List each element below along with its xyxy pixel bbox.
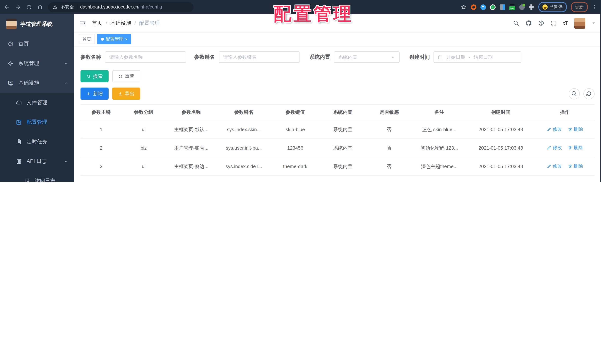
back-icon[interactable] (4, 4, 10, 10)
extension-sprout-icon[interactable] (519, 4, 525, 10)
search-actions: 搜索 重置 (80, 70, 594, 82)
table-cell: 自定义 (320, 176, 366, 182)
collapse-sidebar-icon[interactable] (80, 20, 86, 27)
extension-donut-icon[interactable] (471, 4, 476, 10)
extensions-puzzle-icon[interactable] (529, 4, 534, 10)
overlay-annotation: 配置管理 (274, 2, 353, 26)
chevron-up-icon (64, 81, 68, 85)
reset-button[interactable]: 重置 (112, 70, 140, 82)
delete-link[interactable]: 删除 (568, 126, 583, 133)
table-cell: sys.user.init-pa... (217, 139, 271, 157)
app-logo-row[interactable]: 芋道管理系统 (0, 14, 74, 34)
user-avatar[interactable] (574, 18, 585, 29)
search-button[interactable]: 搜索 (80, 70, 109, 82)
toggle-search-button[interactable] (569, 88, 580, 99)
plus-icon (86, 91, 91, 96)
sidebar-item-1[interactable]: 系统管理 (0, 54, 74, 73)
sidebar-item-5[interactable]: 定时任务 (0, 132, 74, 152)
config-table: 参数主键参数分组参数名称参数键名参数键值系统内置是否敏感备注创建时间操作 1ui… (80, 104, 594, 182)
table-cell: theme-dark (271, 157, 320, 176)
extension-check-icon[interactable]: ✓ (490, 4, 495, 10)
forward-icon[interactable] (15, 4, 21, 10)
trash-icon (568, 127, 572, 132)
sidebar-item-3[interactable]: 文件管理 (0, 93, 74, 112)
row-actions: 修改删除 (535, 157, 594, 176)
export-button[interactable]: 导出 (112, 88, 140, 100)
sidebar-item-label: 系统管理 (19, 60, 39, 67)
column-header: 备注 (412, 104, 466, 120)
url-path: /infra/config (138, 4, 162, 10)
avatar-caret-icon[interactable] (591, 21, 595, 25)
column-header: 参数键值 (271, 104, 320, 120)
table-toolbar: 新增 导出 (80, 88, 594, 100)
table-cell: ui (122, 157, 165, 176)
sidebar-item-7[interactable]: 访问日志 (0, 171, 74, 182)
breadcrumb: 首页/基础设施/配置管理 (92, 20, 160, 26)
tab-0[interactable]: 首页 (79, 34, 95, 44)
task-icon (16, 139, 22, 145)
download-icon (118, 91, 123, 96)
date-range-picker[interactable]: 开始日期 - 结束日期 (433, 51, 521, 63)
add-button[interactable]: 新增 (80, 88, 109, 100)
home-icon[interactable] (37, 4, 43, 10)
column-header: 参数分组 (122, 104, 165, 120)
tab-1[interactable]: 配置管理× (97, 34, 131, 44)
column-header: 操作 (535, 104, 594, 120)
param-name-input[interactable] (105, 51, 186, 63)
edit-link[interactable]: 修改 (547, 182, 562, 182)
paused-extension-button[interactable]: 已暂停 (538, 2, 567, 12)
sidebar-item-0[interactable]: 首页 (0, 34, 74, 54)
sidebar-item-2[interactable]: 基础设施 (0, 73, 74, 93)
update-button[interactable]: 更新 (571, 2, 588, 12)
refresh-table-button[interactable] (583, 88, 594, 99)
delete-link[interactable]: 删除 (568, 145, 583, 151)
table-cell: 2021-01-19 03:10:26 (466, 176, 535, 182)
main-content: 参数名称 参数键名 系统内置 系统内置 创建时间 开始日期 - 结束日期 搜索 (74, 46, 601, 182)
app-title: 芋道管理系统 (20, 20, 52, 28)
sidebar-item-4[interactable]: 配置管理 (0, 112, 74, 132)
edit-label: 修改 (553, 163, 562, 170)
edit-link[interactable]: 修改 (547, 163, 562, 170)
url-text: dashboard.yudao.iocoder.cn/infra/config (80, 4, 162, 10)
bookmark-star-icon[interactable] (461, 4, 467, 10)
param-key-input[interactable] (219, 51, 300, 63)
extension-squares-icon[interactable] (500, 4, 505, 10)
browser-scrollbar[interactable] (600, 14, 601, 182)
search-icon[interactable] (513, 20, 519, 26)
help-icon[interactable] (538, 20, 544, 26)
address-bar[interactable]: 不安全 dashboard.yudao.iocoder.cn/infra/con… (48, 2, 193, 12)
table-cell: 1 (80, 120, 122, 139)
sidebar: 芋道管理系统 首页系统管理基础设施文件管理配置管理定时任务API 日志访问日志错… (0, 14, 74, 182)
github-icon[interactable] (525, 20, 532, 26)
font-size-icon[interactable]: tT (563, 20, 568, 26)
breadcrumb-item[interactable]: 首页 (92, 20, 102, 26)
trash-icon (568, 146, 572, 150)
fullscreen-icon[interactable] (551, 20, 557, 26)
edit-link[interactable]: 修改 (547, 126, 562, 133)
sidebar-item-label: 访问日志 (35, 177, 55, 182)
table-cell: 深色主题theme... (412, 157, 466, 176)
sidebar-menu: 首页系统管理基础设施文件管理配置管理定时任务API 日志访问日志错误日志MySQ… (0, 34, 74, 182)
log-icon (24, 178, 30, 182)
extension-pin-icon[interactable] (480, 4, 486, 10)
table-cell: 系统内置 (320, 139, 366, 157)
active-dot (101, 38, 104, 41)
close-icon[interactable]: × (125, 37, 128, 41)
browser-menu-icon[interactable] (592, 4, 597, 10)
infra-icon (7, 80, 14, 86)
system-builtin-select[interactable]: 系统内置 (334, 51, 400, 63)
filter-form: 参数名称 参数键名 系统内置 系统内置 创建时间 开始日期 - 结束日期 (80, 51, 594, 63)
edit-label: 修改 (553, 126, 562, 133)
extension-on-icon[interactable]: on (509, 4, 515, 10)
edit-link[interactable]: 修改 (547, 145, 562, 151)
delete-link[interactable]: 删除 (568, 163, 583, 170)
reload-icon[interactable] (26, 4, 32, 10)
row-actions: 修改删除 (535, 139, 594, 157)
toolbar-right (569, 88, 594, 99)
delete-label: 删除 (574, 145, 583, 151)
sidebar-item-6[interactable]: API 日志 (0, 152, 74, 171)
delete-link[interactable]: 删除 (568, 182, 583, 182)
breadcrumb-item[interactable]: 基础设施 (110, 20, 131, 26)
emoji-face-icon (542, 4, 547, 10)
table-cell: 1 (122, 176, 165, 182)
